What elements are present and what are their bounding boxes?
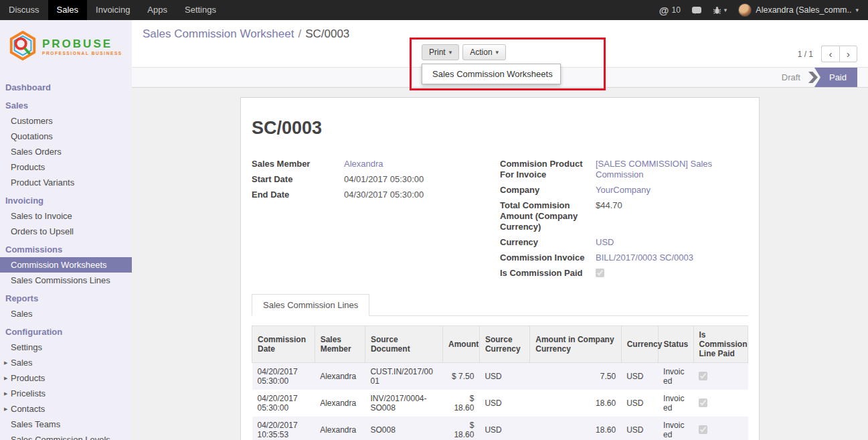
- col-header-amount[interactable]: Amount: [442, 326, 479, 363]
- menu-sales[interactable]: Sales: [48, 0, 88, 20]
- field-total-commission: Total Commision Amount (Company Currency…: [500, 200, 748, 232]
- cell-amount-company-currency: 18.60: [530, 417, 621, 440]
- col-header-source-currency[interactable]: Source Currency: [479, 326, 529, 363]
- cell-amount: $ 18.60: [442, 417, 479, 440]
- col-header-source-document[interactable]: Source Document: [365, 326, 442, 363]
- cell-commission-date: 04/20/2017 05:30:00: [252, 390, 315, 417]
- expand-caret-icon: ▶: [4, 376, 7, 381]
- sidebar-item-sales-teams[interactable]: Sales Teams: [0, 417, 132, 432]
- menu-apps[interactable]: Apps: [139, 0, 176, 20]
- cell-commission-date: 04/20/2017 10:35:53: [252, 417, 315, 440]
- field-label: Is Commission Paid: [500, 268, 596, 280]
- print-dropdown-menu: Sales Commission Worksheets: [422, 64, 561, 84]
- tab-sales-commission-lines[interactable]: Sales Commission Lines: [252, 294, 369, 316]
- col-header-sales-member[interactable]: Sales Member: [315, 326, 365, 363]
- pager-buttons: ‹ ›: [821, 46, 857, 62]
- sidebar-item-quotations[interactable]: Quotations: [0, 129, 132, 144]
- print-button[interactable]: Print ▾: [422, 44, 459, 60]
- sidebar-item-sales-commissions-lines[interactable]: Sales Commissions Lines: [0, 273, 132, 288]
- sidebar-item-label: Products: [11, 373, 45, 383]
- probuse-logo[interactable]: PROBUSE PROFESSIONAL BUSINESS: [0, 20, 132, 77]
- menu-invoicing[interactable]: Invoicing: [87, 0, 139, 20]
- menu-discuss[interactable]: Discuss: [0, 0, 48, 20]
- sidebar-header-invoicing[interactable]: Invoicing: [0, 193, 132, 208]
- probuse-logo-icon: [8, 30, 37, 64]
- is-commission-paid-checkbox[interactable]: [596, 269, 604, 277]
- cell-sales-member: Alexandra: [315, 363, 365, 390]
- field-commission-product: Commision Product For Invoice [SALES COM…: [500, 159, 748, 180]
- company-link[interactable]: YourCompany: [596, 185, 748, 196]
- debug-menu-button[interactable]: ▾: [713, 6, 727, 15]
- commission-product-link[interactable]: [SALES COMMISSION] Sales Commission: [596, 159, 748, 180]
- cell-source-currency: USD: [479, 417, 529, 440]
- col-header-amount-company-currency[interactable]: Amount in Company Currency: [530, 326, 621, 363]
- commission-invoice-link[interactable]: BILL/2017/0003 SC/0003: [596, 252, 748, 263]
- mentions-button[interactable]: @ 10: [659, 5, 681, 15]
- sidebar-item-sales-report[interactable]: Sales: [0, 306, 132, 321]
- col-header-currency[interactable]: Currency: [621, 326, 658, 363]
- sidebar-item-label: Pricelists: [11, 388, 46, 398]
- sidebar-item-commission-worksheets[interactable]: Commission Worksheets: [0, 257, 132, 273]
- sidebar-header-commissions[interactable]: Commissions: [0, 242, 132, 257]
- action-button[interactable]: Action ▾: [462, 44, 506, 60]
- menu-item-sales-commission-worksheets[interactable]: Sales Commission Worksheets: [422, 64, 560, 84]
- user-menu[interactable]: Alexandra (Sales_comm.. ▾: [738, 3, 859, 17]
- action-button-label: Action: [470, 48, 492, 57]
- sidebar-item-sales-orders[interactable]: Sales Orders: [0, 144, 132, 159]
- sidebar-item-products-config[interactable]: ▶ Products: [0, 370, 132, 386]
- breadcrumb-worksheets-link[interactable]: Sales Commission Worksheet: [143, 27, 294, 40]
- table-row[interactable]: 04/20/2017 10:35:53 Alexandra SO008 $ 18…: [252, 417, 748, 440]
- sidebar-item-contacts[interactable]: ▶ Contacts: [0, 401, 132, 417]
- currency-link[interactable]: USD: [596, 237, 748, 248]
- status-arrow-icon: [808, 72, 818, 83]
- field-label: Start Date: [252, 174, 344, 185]
- line-paid-checkbox[interactable]: [699, 398, 707, 407]
- field-label: Commission Invoice: [500, 252, 596, 263]
- pager: 1 / 1 ‹ ›: [798, 46, 857, 62]
- top-navbar: Discuss Sales Invoicing Apps Settings @ …: [0, 0, 868, 20]
- sidebar-item-products[interactable]: Products: [0, 159, 132, 175]
- line-paid-checkbox[interactable]: [699, 425, 707, 434]
- cell-amount-company-currency: 7.50: [530, 363, 621, 390]
- col-header-commission-date[interactable]: Commission Date: [252, 326, 315, 363]
- sidebar-item-pricelists[interactable]: ▶ Pricelists: [0, 386, 132, 401]
- sidebar-item-settings[interactable]: Settings: [0, 340, 132, 355]
- sidebar-item-dashboard[interactable]: Dashboard: [0, 80, 132, 95]
- menu-settings[interactable]: Settings: [176, 0, 225, 20]
- cell-status: Invoiced: [658, 417, 693, 440]
- table-row[interactable]: 04/20/2017 05:30:00 Alexandra INV/2017/0…: [252, 390, 748, 417]
- expand-caret-icon: ▶: [4, 391, 7, 396]
- sidebar-header-sales[interactable]: Sales: [0, 98, 132, 113]
- sidebar-item-sales-commission-levels[interactable]: Sales Commission Levels: [0, 432, 132, 440]
- sidebar-item-orders-to-upsell[interactable]: Orders to Upsell: [0, 224, 132, 239]
- line-paid-checkbox[interactable]: [699, 372, 707, 380]
- col-header-status[interactable]: Status: [658, 326, 693, 363]
- cell-amount: $ 7.50: [442, 363, 479, 390]
- form-sheet: SC/0003 Sales Member Alexandra Start Dat…: [240, 97, 760, 440]
- pager-next-button[interactable]: ›: [839, 46, 857, 62]
- messages-button[interactable]: [692, 7, 701, 13]
- field-label: Sales Member: [252, 159, 344, 169]
- col-header-is-commission-line-paid[interactable]: Is Commission Line Paid: [693, 326, 748, 363]
- status-step-paid[interactable]: Paid: [814, 68, 857, 87]
- field-end-date: End Date 04/30/2017 05:30:00: [252, 190, 500, 200]
- sidebar-item-label: Sales: [11, 358, 33, 368]
- sidebar-header-configuration[interactable]: Configuration: [0, 324, 132, 340]
- table-row[interactable]: 04/20/2017 05:30:00 Alexandra CUST.IN/20…: [252, 363, 748, 390]
- cell-status: Invoiced: [658, 390, 693, 417]
- field-group-right: Commision Product For Invoice [SALES COM…: [500, 159, 748, 285]
- sidebar-item-sales-to-invoice[interactable]: Sales to Invoice: [0, 208, 132, 224]
- field-groups: Sales Member Alexandra Start Date 04/01/…: [252, 159, 748, 285]
- sidebar-item-product-variants[interactable]: Product Variants: [0, 175, 132, 190]
- sidebar-menu: Dashboard Sales Customers Quotations Sal…: [0, 80, 132, 440]
- sales-member-link[interactable]: Alexandra: [344, 159, 500, 169]
- field-group-left: Sales Member Alexandra Start Date 04/01/…: [252, 159, 500, 285]
- sidebar-item-sales-config[interactable]: ▶ Sales: [0, 355, 132, 370]
- field-currency: Currency USD: [500, 237, 748, 248]
- pager-previous-button[interactable]: ‹: [821, 46, 839, 62]
- breadcrumb: Sales Commission Worksheet/SC/0003: [143, 27, 349, 41]
- sidebar-header-reports[interactable]: Reports: [0, 291, 132, 306]
- sidebar-item-customers[interactable]: Customers: [0, 113, 132, 129]
- status-step-draft[interactable]: Draft: [774, 68, 808, 87]
- commission-lines-table: Commission Date Sales Member Source Docu…: [252, 325, 748, 440]
